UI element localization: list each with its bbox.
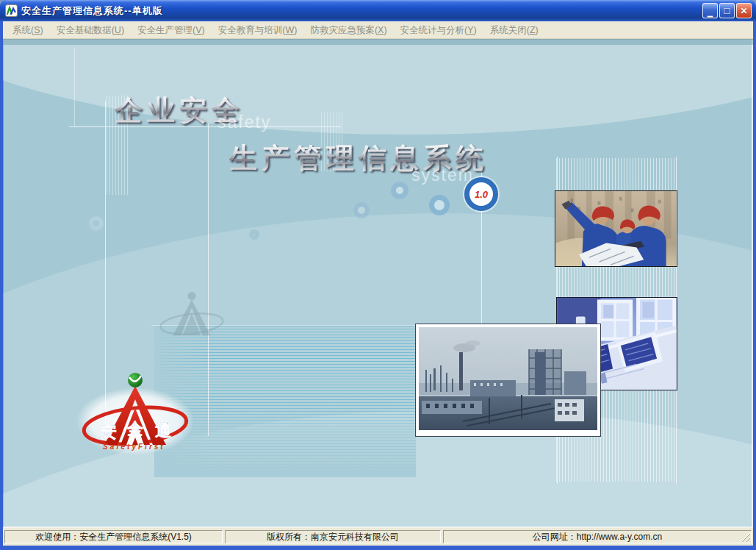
menu-item-education-training[interactable]: 安全教育与培训(W) <box>212 22 304 38</box>
menu-item-system[interactable]: 系统(S) <box>6 22 50 38</box>
photo-construction-workers <box>555 190 677 267</box>
version-badge: 1.0 <box>464 177 498 211</box>
maximize-icon: □ <box>724 6 730 15</box>
decor-ring <box>249 229 259 240</box>
maximize-button[interactable]: □ <box>719 3 735 18</box>
window-controls: ▁□✕ <box>702 3 752 18</box>
decor-ring <box>89 216 104 231</box>
logo-char-1: 安 <box>101 423 117 441</box>
hero-watermark-system: system <box>411 165 474 185</box>
menu-bar: 系统(S)安全基础数据(U)安全生产管理(V)安全教育与培训(W)防救灾应急预案… <box>3 21 753 39</box>
logo-slogan: SafetyFirst <box>103 443 165 451</box>
hero-watermark-safety: safety <box>217 113 271 132</box>
company-logo: 安 全 通 SafetyFirst <box>75 370 195 457</box>
status-panel-website: 公司网址：http://www.a-y.com.cn <box>443 530 752 543</box>
status-panel-copyright: 版权所有：南京安元科技有限公司 <box>225 530 441 543</box>
menu-item-statistics-analysis[interactable]: 安全统计与分析(Y) <box>394 22 483 38</box>
menu-item-basic-data[interactable]: 安全基础数据(U) <box>50 22 131 38</box>
watermark-logo <box>155 289 228 343</box>
decor-line <box>208 124 209 436</box>
close-icon: ✕ <box>740 7 747 15</box>
menu-item-production-management[interactable]: 安全生产管理(V) <box>131 22 212 38</box>
photo-industrial-plant <box>415 324 601 437</box>
decor-ring <box>429 195 450 215</box>
decor-ring <box>353 202 370 218</box>
logo-char-2: 全 <box>126 420 144 438</box>
menu-item-emergency-plan[interactable]: 防救灾应急预案(X) <box>303 22 393 38</box>
logo-char-3: 通 <box>155 421 172 440</box>
background-strip <box>3 39 753 45</box>
title-bar[interactable]: 安全生产管理信息系统--单机版 ▁□✕ <box>0 0 756 21</box>
status-bar: 欢迎使用：安全生产管理信息系统(V1.5)版权所有：南京安元科技有限公司公司网址… <box>3 527 753 546</box>
window-title: 安全生产管理信息系统--单机版 <box>21 4 702 18</box>
close-button[interactable]: ✕ <box>736 3 752 18</box>
menu-item-system-close[interactable]: 系统关闭(Z) <box>483 22 545 38</box>
app-icon <box>5 4 18 17</box>
minimize-button[interactable]: ▁ <box>702 3 718 18</box>
status-panel-welcome: 欢迎使用：安全生产管理信息系统(V1.5) <box>4 530 223 543</box>
minimize-icon: ▁ <box>708 10 713 17</box>
decor-ring <box>391 182 408 199</box>
version-number: 1.0 <box>475 189 488 200</box>
resize-grip[interactable] <box>741 532 750 542</box>
app-window: 安全生产管理信息系统--单机版 ▁□✕ 系统(S)安全基础数据(U)安全生产管理… <box>0 0 756 550</box>
decor-line <box>74 48 75 127</box>
main-content: 企业安全 safety 生产管理信息系统 system 1.0 <box>3 39 753 527</box>
